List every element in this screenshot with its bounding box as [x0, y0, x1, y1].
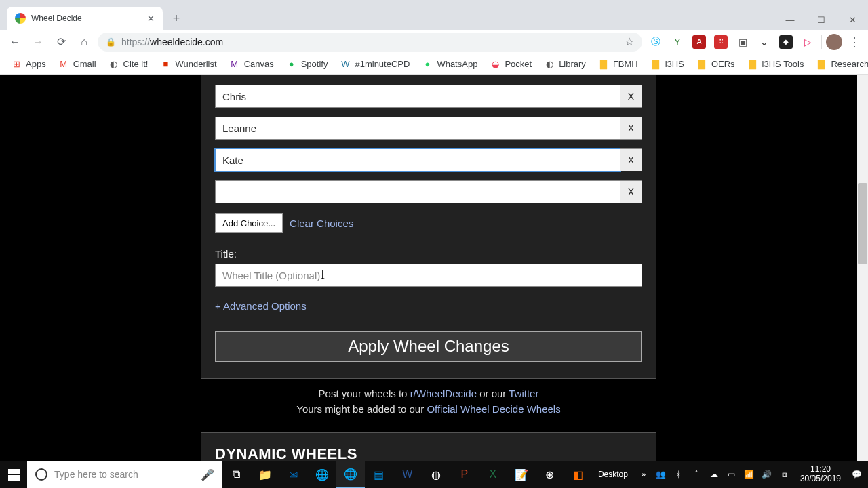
bookmark-item[interactable]: ●Spotify [282, 59, 332, 70]
file-explorer-icon[interactable]: 📁 [251, 461, 279, 488]
bookmark-item[interactable]: ⊞Apps [7, 59, 50, 70]
obs-icon[interactable]: ◍ [422, 461, 450, 488]
ext-pdf-icon[interactable]: A [692, 35, 706, 49]
ext-wayback-icon[interactable]: ▣ [736, 35, 749, 49]
battery-icon[interactable]: ▭ [724, 470, 739, 479]
back-button[interactable]: ← [5, 33, 24, 52]
scrollbar[interactable] [857, 75, 868, 461]
promo-text-part: or our [477, 388, 509, 399]
trello-icon[interactable]: ▤ [365, 461, 393, 488]
clock-time: 11:20 [800, 465, 841, 474]
browser-tab[interactable]: Wheel Decide ✕ [7, 7, 163, 30]
choice-row: X [215, 180, 642, 203]
ext-screencast-icon[interactable]: ▷ [801, 35, 814, 49]
bookmark-item[interactable]: ■Wunderlist [156, 59, 220, 70]
camtasia-icon[interactable]: ◧ [564, 461, 593, 488]
chrome-icon[interactable]: 🌐 [308, 461, 336, 488]
taskbar-clock[interactable]: 11:20 30/05/2019 [795, 465, 846, 484]
powerpoint-icon[interactable]: P [450, 461, 479, 488]
bookmark-item[interactable]: ▇i3HS [646, 59, 688, 70]
task-view-icon[interactable]: ⧉ [222, 461, 251, 488]
taskbar-search[interactable]: Type here to search 🎤 [27, 461, 222, 488]
bookmarks-bar: ⊞AppsMGmail◐Cite it!■WunderlistMCanvas●S… [0, 54, 868, 75]
reddit-link[interactable]: r/WheelDecide [410, 388, 477, 399]
choice-input[interactable] [215, 148, 620, 171]
wifi-icon[interactable]: 📶 [742, 470, 757, 479]
bookmark-label: #1minuteCPD [355, 59, 410, 69]
ext-pocket-icon[interactable]: ⌄ [757, 35, 771, 49]
new-tab-button[interactable]: + [167, 9, 186, 28]
reload-button[interactable]: ⟳ [52, 33, 71, 52]
chrome-active-icon[interactable]: 🌐 [336, 461, 365, 488]
dynamic-wheels-heading: DYNAMIC WHEELS [215, 445, 642, 461]
twitter-link[interactable]: Twitter [509, 388, 538, 399]
promo-text-part: Yours might be added to our [296, 403, 427, 415]
bookmark-item[interactable]: ▇i3HS Tools [743, 59, 808, 70]
browser-titlebar: Wheel Decide ✕ + — ☐ ✕ [0, 0, 868, 30]
volume-icon[interactable]: 🔊 [760, 470, 774, 479]
extension-icons: Ⓢ Y A ⠿ ▣ ⌄ ◆ ▷ [646, 35, 817, 49]
bookmark-icon: ■ [160, 59, 171, 70]
clear-choices-link[interactable]: Clear Choices [290, 218, 353, 229]
show-desktop-label[interactable]: Desktop [593, 470, 633, 479]
bookmark-item[interactable]: ▇Research [812, 59, 868, 70]
tray-overflow-icon[interactable]: » [636, 470, 651, 479]
bookmark-item[interactable]: MCanvas [225, 59, 278, 70]
bookmark-item[interactable]: ◐Cite it! [104, 59, 153, 70]
bookmark-item[interactable]: MGmail [54, 59, 100, 70]
choice-input[interactable] [215, 180, 620, 203]
close-window-button[interactable]: ✕ [837, 9, 868, 30]
minimize-button[interactable]: — [774, 9, 806, 30]
webex-icon[interactable]: ⊕ [536, 461, 564, 488]
bookmark-label: Canvas [244, 59, 274, 69]
onedrive-icon[interactable]: ☁ [707, 470, 722, 479]
forward-button[interactable]: → [28, 33, 47, 52]
bookmark-item[interactable]: ●WhatsApp [418, 59, 481, 70]
word-icon[interactable]: W [393, 461, 422, 488]
bookmark-item[interactable]: ◒Pocket [486, 59, 536, 70]
people-icon[interactable]: 👥 [654, 470, 669, 479]
home-button[interactable]: ⌂ [75, 33, 94, 52]
bookmark-star-icon[interactable]: ☆ [625, 35, 634, 48]
remove-choice-button[interactable]: X [620, 117, 642, 140]
maximize-button[interactable]: ☐ [806, 9, 837, 30]
remove-choice-button[interactable]: X [620, 85, 642, 108]
ext-privacy-icon[interactable]: ◆ [779, 35, 793, 49]
bookmark-item[interactable]: ▇FBMH [594, 59, 642, 70]
bluetooth-icon[interactable]: ᚼ [671, 470, 686, 479]
scrollbar-thumb[interactable] [858, 183, 867, 264]
choice-row: X [215, 85, 642, 108]
address-bar[interactable]: 🔒 https://wheeldecide.com ☆ [98, 33, 642, 52]
title-input[interactable] [215, 264, 642, 287]
excel-icon[interactable]: X [479, 461, 507, 488]
profile-avatar[interactable] [826, 34, 842, 50]
outlook-icon[interactable]: ✉ [279, 461, 308, 488]
bookmark-item[interactable]: ▇OERs [692, 59, 739, 70]
chrome-menu-button[interactable]: ⋮ [846, 35, 863, 49]
tray-up-icon[interactable]: ˄ [689, 470, 704, 479]
mic-icon[interactable]: 🎤 [201, 468, 214, 481]
ext-mendeley-icon[interactable]: ⠿ [714, 35, 728, 49]
windows-taskbar: Type here to search 🎤 ⧉ 📁 ✉ 🌐 🌐 ▤ W ◍ P … [0, 461, 868, 488]
start-button[interactable] [0, 461, 27, 488]
remove-choice-button[interactable]: X [620, 148, 642, 171]
advanced-options-link[interactable]: + Advanced Options [215, 300, 642, 312]
apply-changes-button[interactable]: Apply Wheel Changes [215, 331, 642, 362]
choice-input[interactable] [215, 85, 620, 108]
official-wheels-link[interactable]: Official Wheel Decide Wheels [427, 403, 560, 415]
dropbox-icon[interactable]: ⧈ [777, 470, 792, 479]
notepad-icon[interactable]: 📝 [507, 461, 536, 488]
ext-skype-icon[interactable]: Ⓢ [649, 35, 663, 49]
ext-yoroi-icon[interactable]: Y [671, 35, 684, 49]
bookmark-item[interactable]: ◐Library [540, 59, 590, 70]
add-choice-button[interactable]: Add Choice... [215, 214, 283, 233]
windows-logo-icon [8, 469, 20, 481]
notifications-icon[interactable]: 💬 [849, 470, 864, 479]
remove-choice-button[interactable]: X [620, 180, 642, 203]
choice-input[interactable] [215, 117, 620, 140]
bookmark-icon: ● [422, 59, 433, 70]
bookmark-icon: ◐ [544, 59, 555, 70]
tab-close-icon[interactable]: ✕ [147, 14, 155, 24]
bookmark-item[interactable]: W#1minuteCPD [336, 59, 414, 70]
promo-text: Post your wheels to r/WheelDecide or our… [0, 386, 857, 417]
